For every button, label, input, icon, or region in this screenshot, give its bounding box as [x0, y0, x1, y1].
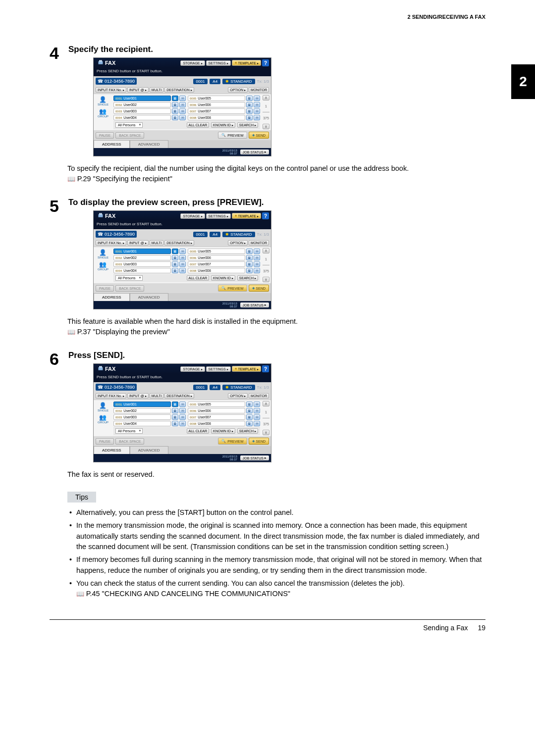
- input-at-button[interactable]: INPUT @▸: [127, 393, 149, 399]
- address-tab[interactable]: ADDRESS: [94, 293, 130, 301]
- contact-item[interactable]: 0005User005: [188, 249, 245, 254]
- help-button[interactable]: ?: [262, 365, 269, 372]
- input-fax-no-button[interactable]: INPUT FAX No.▸: [96, 240, 126, 246]
- contact-item[interactable]: 0008User008: [188, 268, 245, 273]
- storage-button[interactable]: STORAGE▸: [180, 213, 205, 219]
- single-tab[interactable]: 👤SINGLE: [98, 96, 108, 106]
- advanced-tab[interactable]: ADVANCED: [130, 446, 168, 454]
- scroll-down-button[interactable]: ∨: [263, 124, 269, 129]
- contact-item[interactable]: 0005User005: [188, 402, 245, 407]
- contact-item[interactable]: 0007User007: [188, 414, 245, 420]
- contact-item[interactable]: 0006User006: [188, 408, 245, 413]
- contact-item[interactable]: 0005User005: [188, 96, 245, 101]
- destination-button[interactable]: DESTINATION▸: [164, 393, 194, 399]
- known-id-button[interactable]: KNOWN ID▸: [211, 122, 235, 128]
- fax-dest-icon[interactable]: 🗎: [172, 261, 178, 267]
- known-id-button[interactable]: KNOWN ID▸: [211, 428, 235, 434]
- mail-dest-icon[interactable]: ✉: [179, 414, 186, 420]
- multi-button[interactable]: MULTI: [150, 393, 163, 399]
- pause-button[interactable]: PAUSE: [96, 285, 114, 292]
- scroll-up-button[interactable]: ∧: [263, 95, 269, 101]
- fax-dest-icon[interactable]: 🗎: [246, 402, 253, 407]
- mail-dest-icon[interactable]: ✉: [179, 115, 186, 120]
- destination-button[interactable]: DESTINATION▸: [164, 240, 194, 246]
- mail-dest-icon[interactable]: ✉: [254, 108, 260, 114]
- mail-dest-icon[interactable]: ✉: [254, 414, 260, 420]
- mail-dest-icon[interactable]: ✉: [254, 102, 260, 107]
- monitor-button[interactable]: MONITOR: [249, 240, 269, 246]
- group-tab[interactable]: 👥GROUP: [98, 261, 108, 271]
- fax-dest-icon[interactable]: 🗎: [246, 249, 253, 254]
- search-button[interactable]: SEARCH▸: [237, 122, 258, 128]
- fax-dest-icon[interactable]: 🗎: [172, 421, 178, 426]
- contact-item[interactable]: 0002User002: [113, 255, 171, 260]
- multi-button[interactable]: MULTI: [150, 240, 163, 246]
- contact-item[interactable]: 0004User004: [113, 268, 171, 273]
- mail-dest-icon[interactable]: ✉: [254, 402, 260, 407]
- fax-dest-icon[interactable]: 🗎: [246, 414, 253, 420]
- contact-item[interactable]: 0008User008: [188, 115, 245, 120]
- monitor-button[interactable]: MONITOR: [249, 393, 269, 399]
- mail-dest-icon[interactable]: ✉: [254, 115, 260, 120]
- fax-dest-icon[interactable]: 🗎: [172, 402, 178, 407]
- group-tab[interactable]: 👥GROUP: [98, 108, 108, 118]
- scroll-up-button[interactable]: ∧: [263, 401, 269, 406]
- mail-dest-icon[interactable]: ✉: [254, 96, 260, 101]
- settings-button[interactable]: SETTINGS▸: [206, 366, 231, 372]
- fax-dest-icon[interactable]: 🗎: [172, 108, 178, 114]
- contact-item[interactable]: 0004User004: [113, 421, 171, 426]
- help-button[interactable]: ?: [262, 212, 269, 219]
- fax-dest-icon[interactable]: 🗎: [246, 102, 253, 107]
- option-button[interactable]: OPTION▸: [228, 393, 248, 399]
- fax-dest-icon[interactable]: 🗎: [172, 115, 178, 120]
- fax-dest-icon[interactable]: 🗎: [246, 268, 253, 273]
- known-id-button[interactable]: KNOWN ID▸: [211, 275, 235, 281]
- fax-dest-icon[interactable]: 🗎: [246, 408, 253, 413]
- destination-button[interactable]: DESTINATION▸: [164, 87, 194, 93]
- mail-dest-icon[interactable]: ✉: [179, 249, 186, 254]
- fax-dest-icon[interactable]: 🗎: [172, 408, 178, 413]
- contact-item[interactable]: 0008User008: [188, 421, 245, 426]
- mail-dest-icon[interactable]: ✉: [254, 261, 260, 267]
- input-at-button[interactable]: INPUT @▸: [127, 87, 149, 93]
- filter-dropdown[interactable]: All Persons: [115, 428, 143, 434]
- contact-item[interactable]: 0003User003: [113, 414, 171, 420]
- storage-button[interactable]: STORAGE▸: [180, 60, 205, 66]
- mail-dest-icon[interactable]: ✉: [179, 102, 186, 107]
- mail-dest-icon[interactable]: ✉: [179, 268, 186, 273]
- contact-item[interactable]: 0003User003: [113, 108, 171, 114]
- mail-dest-icon[interactable]: ✉: [179, 255, 186, 260]
- template-button[interactable]: ★TEMPLATE▸: [232, 213, 261, 219]
- scroll-down-button[interactable]: ∨: [263, 430, 269, 435]
- preview-button[interactable]: 🔍 PREVIEW: [218, 285, 247, 292]
- mail-dest-icon[interactable]: ✉: [179, 402, 186, 407]
- option-button[interactable]: OPTION▸: [228, 240, 248, 246]
- mail-dest-icon[interactable]: ✉: [179, 96, 186, 101]
- advanced-tab[interactable]: ADVANCED: [130, 140, 168, 148]
- fax-dest-icon[interactable]: 🗎: [172, 102, 178, 107]
- mail-dest-icon[interactable]: ✉: [254, 249, 260, 254]
- contact-item[interactable]: 0001User001: [113, 96, 171, 101]
- option-button[interactable]: OPTION▸: [228, 87, 248, 93]
- contact-item[interactable]: 0006User006: [188, 102, 245, 107]
- preview-button[interactable]: 🔍 PREVIEW: [218, 132, 247, 139]
- contact-item[interactable]: 0002User002: [113, 408, 171, 413]
- fax-dest-icon[interactable]: 🗎: [246, 108, 253, 114]
- contact-item[interactable]: 0006User006: [188, 255, 245, 260]
- input-at-button[interactable]: INPUT @▸: [127, 240, 149, 246]
- contact-item[interactable]: 0002User002: [113, 102, 171, 107]
- fax-dest-icon[interactable]: 🗎: [246, 255, 253, 260]
- fax-dest-icon[interactable]: 🗎: [172, 249, 178, 254]
- fax-dest-icon[interactable]: 🗎: [172, 255, 178, 260]
- multi-button[interactable]: MULTI: [150, 87, 163, 93]
- fax-dest-icon[interactable]: 🗎: [246, 115, 253, 120]
- mail-dest-icon[interactable]: ✉: [179, 421, 186, 426]
- contact-item[interactable]: 0003User003: [113, 261, 171, 267]
- help-button[interactable]: ?: [262, 59, 269, 66]
- scroll-down-button[interactable]: ∨: [263, 277, 269, 282]
- fax-dest-icon[interactable]: 🗎: [246, 261, 253, 267]
- mail-dest-icon[interactable]: ✉: [254, 255, 260, 260]
- backspace-button[interactable]: BACK SPACE: [115, 438, 144, 445]
- template-button[interactable]: ★TEMPLATE▸: [232, 60, 261, 66]
- job-status-button[interactable]: JOB STATUS▸: [240, 302, 269, 307]
